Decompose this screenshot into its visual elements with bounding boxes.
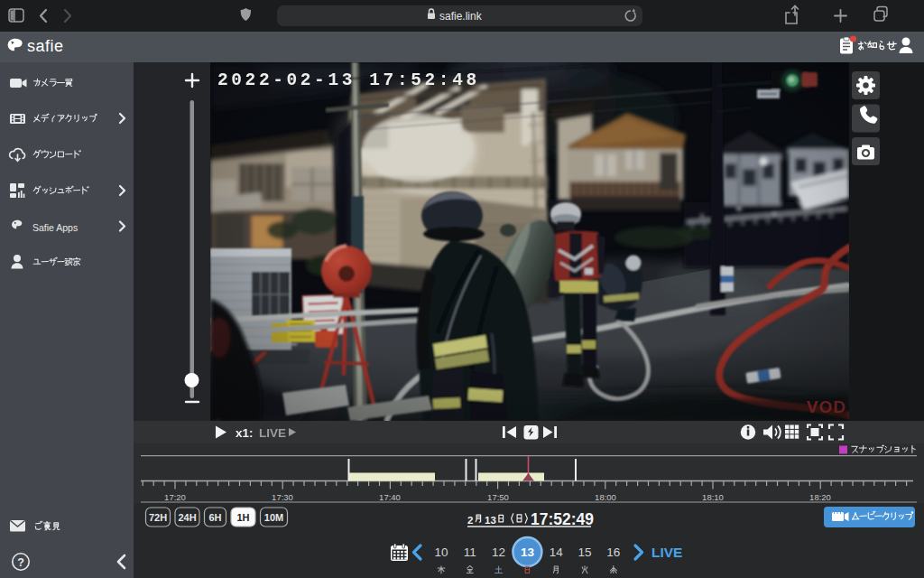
svg-text:?: ? <box>17 556 24 569</box>
svg-text:18:20: 18:20 <box>809 492 831 502</box>
svg-text:11: 11 <box>464 545 476 559</box>
svg-text:24H: 24H <box>178 512 196 523</box>
svg-text:17:20: 17:20 <box>164 492 186 502</box>
svg-text:2022-02-13 17:52:48: 2022-02-13 17:52:48 <box>217 70 480 90</box>
svg-text:16: 16 <box>606 545 620 559</box>
svg-text:18:10: 18:10 <box>702 492 724 502</box>
svg-text:10: 10 <box>434 545 448 559</box>
svg-text:10M: 10M <box>264 512 283 523</box>
svg-text:6H: 6H <box>208 512 221 523</box>
svg-text:safie: safie <box>27 37 64 55</box>
svg-text:17:30: 17:30 <box>272 492 293 502</box>
svg-text:14: 14 <box>550 545 564 559</box>
svg-text:12: 12 <box>492 545 505 559</box>
svg-text:15: 15 <box>578 545 591 559</box>
svg-text:72H: 72H <box>149 512 167 523</box>
svg-text:17:50: 17:50 <box>487 492 509 502</box>
svg-text:safie.link: safie.link <box>439 10 483 23</box>
svg-text:LIVE: LIVE <box>651 545 682 560</box>
svg-text:17:40: 17:40 <box>379 492 401 502</box>
svg-text:x1:: x1: <box>236 426 254 440</box>
svg-text:2: 2 <box>467 515 473 526</box>
svg-text:LIVE: LIVE <box>259 426 286 440</box>
svg-text:13: 13 <box>521 545 535 559</box>
svg-text:17:52:49: 17:52:49 <box>531 510 594 528</box>
svg-text:13: 13 <box>485 515 496 526</box>
svg-text:Safie Apps: Safie Apps <box>32 222 78 233</box>
svg-text:18:00: 18:00 <box>595 492 616 502</box>
svg-text:1H: 1H <box>236 512 249 523</box>
